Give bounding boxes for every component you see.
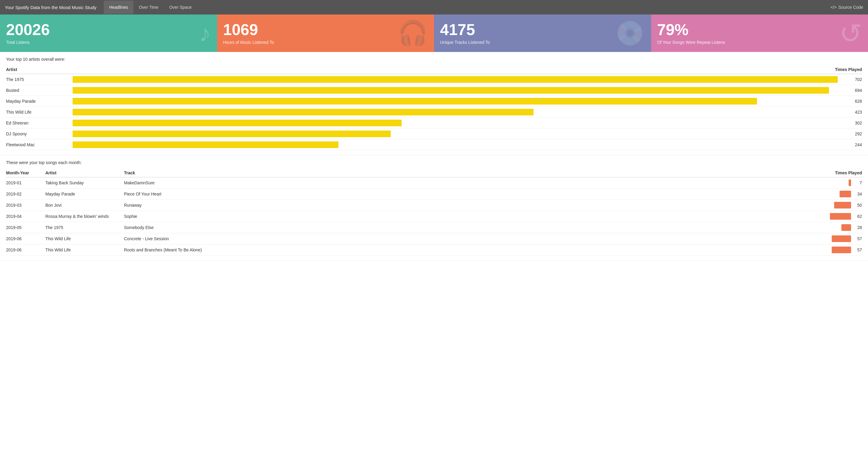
tab-headlines[interactable]: Headlines: [104, 1, 133, 14]
month-track: Piece Of Your Heart: [124, 192, 826, 196]
artist-name: This Wild Life: [6, 110, 72, 114]
bar-container: [72, 141, 841, 148]
bar-container: [72, 98, 841, 105]
bar-value: 702: [841, 77, 862, 82]
app-title: Your Spotify Data from the Mood Music St…: [5, 5, 96, 10]
list-item: 2019-02 Mayday Parade Piece Of Your Hear…: [6, 189, 862, 200]
artist-bar: [72, 76, 838, 83]
artist-bar: [72, 87, 829, 94]
times-num: 57: [854, 247, 862, 252]
month-cell: 2019-04: [6, 214, 45, 219]
table-row: This Wild Life 423: [6, 107, 862, 117]
bar-value: 302: [841, 121, 862, 125]
tracks-label: Unique Tracks Listened To: [440, 40, 645, 45]
month-track: Runaway: [124, 203, 826, 208]
track-col-header: Track: [124, 170, 826, 175]
bar-value: 244: [841, 142, 862, 147]
bar-container: [72, 109, 841, 115]
repeat-label: Of Your Songs Were Repeat Listens: [657, 40, 862, 45]
month-times: 7: [826, 179, 862, 186]
table-row: Busted 694: [6, 85, 862, 96]
monthly-table: 2019-01 Taking Back Sunday MakeDamnSure …: [6, 177, 862, 256]
month-col-header: Month-Year: [6, 170, 45, 175]
list-item: 2019-04 Rossa Murray & the blowin' winds…: [6, 211, 862, 222]
bar-value: 628: [841, 99, 862, 104]
month-track: Sophie: [124, 214, 826, 219]
bar-container: [72, 120, 841, 126]
monthly-times-header: Times Played: [826, 170, 862, 175]
hours-number: 1069: [223, 22, 428, 37]
tab-over-time[interactable]: Over Time: [133, 1, 164, 14]
month-times: 50: [826, 202, 862, 208]
navbar: Your Spotify Data from the Mood Music St…: [0, 0, 868, 14]
monthly-artist-header: Artist: [45, 170, 124, 175]
artists-table-header: Artist Times Played: [6, 65, 862, 74]
bar-container: [72, 76, 841, 83]
times-num: 62: [854, 214, 862, 219]
artist-bar: [72, 120, 402, 126]
artist-name: The 1975: [6, 77, 72, 82]
times-bar: [840, 191, 851, 197]
artist-bar: [72, 141, 338, 148]
month-artist: The 1975: [45, 225, 124, 230]
month-artist: Taking Back Sunday: [45, 180, 124, 185]
artist-name: Mayday Parade: [6, 99, 72, 104]
month-times: 62: [826, 213, 862, 220]
artist-name: Fleetwood Mac: [6, 142, 72, 147]
bar-value: 423: [841, 110, 862, 114]
month-times: 57: [826, 235, 862, 242]
table-row: Mayday Parade 628: [6, 96, 862, 107]
month-cell: 2019-06: [6, 236, 45, 241]
bar-container: [72, 87, 841, 94]
nav-tabs: Headlines Over Time Over Space: [104, 1, 197, 14]
list-item: 2019-06 This Wild Life Concrete - Live S…: [6, 233, 862, 244]
month-track: MakeDamnSure: [124, 180, 826, 185]
hours-label: Hours of Music Listened To: [223, 40, 428, 45]
times-num: 7: [854, 180, 862, 185]
artists-table: The 1975 702 Busted 694 Mayday Parade 62…: [6, 74, 862, 150]
artist-name: DJ Spoony: [6, 131, 72, 136]
stat-card-tracks: 4175 Unique Tracks Listened To 💿: [434, 14, 651, 52]
month-times: 57: [826, 246, 862, 253]
stat-card-listens: 20026 Total Listens ♪: [0, 14, 217, 52]
tab-over-space[interactable]: Over Space: [164, 1, 197, 14]
month-artist: This Wild Life: [45, 236, 124, 241]
list-item: 2019-03 Bon Jovi Runaway 50: [6, 200, 862, 211]
source-code-link[interactable]: </> Source Code: [831, 5, 863, 10]
monthly-table-header: Month-Year Artist Track Times Played: [6, 169, 862, 177]
month-times: 34: [826, 191, 862, 197]
list-item: 2019-05 The 1975 Somebody Else 28: [6, 222, 862, 233]
total-listens-number: 20026: [6, 22, 211, 37]
times-num: 34: [854, 192, 862, 196]
artist-bar: [72, 109, 533, 115]
times-bar: [832, 246, 851, 253]
times-bar: [841, 224, 851, 231]
table-row: Ed Sheeran 302: [6, 117, 862, 128]
top-artists-title: Your top 10 artists overall were:: [6, 57, 862, 62]
artist-col-header: Artist: [6, 67, 72, 72]
bar-value: 694: [841, 88, 862, 93]
month-artist: This Wild Life: [45, 247, 124, 252]
month-cell: 2019-06: [6, 247, 45, 252]
stat-card-hours: 1069 Hours of Music Listened To 🎧: [217, 14, 434, 52]
artist-name: Ed Sheeran: [6, 121, 72, 125]
month-cell: 2019-05: [6, 225, 45, 230]
list-item: 2019-01 Taking Back Sunday MakeDamnSure …: [6, 177, 862, 189]
list-item: 2019-06 This Wild Life Roots and Branche…: [6, 244, 862, 256]
month-track: Roots and Branches (Meant To Be Alone): [124, 247, 826, 252]
artist-name: Busted: [6, 88, 72, 93]
month-track: Somebody Else: [124, 225, 826, 230]
times-bar: [834, 202, 851, 208]
month-artist: Rossa Murray & the blowin' winds: [45, 214, 124, 219]
total-listens-label: Total Listens: [6, 40, 211, 45]
times-num: 50: [854, 203, 862, 208]
bar-value: 292: [841, 131, 862, 136]
times-bar: [849, 179, 851, 186]
artist-bar: [72, 98, 757, 105]
table-row: The 1975 702: [6, 74, 862, 85]
times-played-header: Times Played: [835, 67, 862, 72]
month-cell: 2019-01: [6, 180, 45, 185]
times-bar: [832, 235, 851, 242]
times-bar: [830, 213, 851, 220]
code-icon: </>: [831, 5, 837, 10]
